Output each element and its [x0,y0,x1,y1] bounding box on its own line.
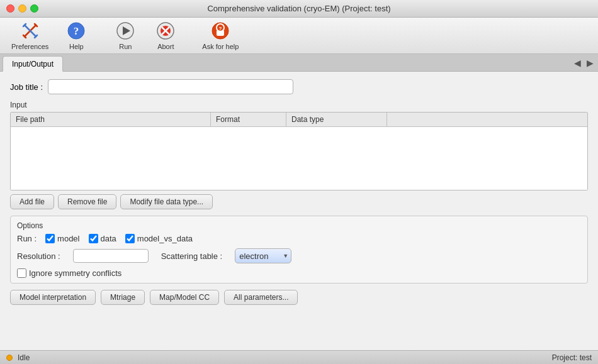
model-interpretation-button[interactable]: Model interpretation [10,290,96,305]
resolution-scatter-row: Resolution : Scattering table : electron… [17,248,581,263]
status-text: Idle [18,353,30,362]
file-table-body [11,127,587,190]
svg-text:?: ? [219,26,222,31]
ask-for-help-button[interactable]: ? Ask for help [196,18,245,53]
modify-file-type-button[interactable]: Modify file data type... [120,194,213,209]
tab-prev-button[interactable]: ◀ [572,57,583,69]
main-content: Job title : Input File path Format Data … [0,72,598,350]
all-parameters-button[interactable]: All parameters... [224,290,298,305]
remove-file-button[interactable]: Remove file [58,194,116,209]
help-label: Help [69,43,84,50]
run-icon [115,21,135,41]
project-text: Project: test [552,353,592,362]
abort-label: Abort [157,43,174,50]
checkbox-model[interactable]: model [45,234,79,243]
window-controls[interactable] [6,4,38,13]
help-icon: ? [66,21,86,41]
add-file-button[interactable]: Add file [10,194,54,209]
run-label: Run [119,43,132,50]
abort-icon [155,21,176,41]
toolbar: Preferences ? Help Run [0,18,598,54]
scattering-label: Scattering table : [161,251,223,261]
mtriage-button[interactable]: Mtriage [101,290,145,305]
options-section: Options Run : model data model_vs_data [10,216,588,284]
checkbox-ignore-symmetry[interactable]: Ignore symmetry conflicts [17,268,121,278]
file-table-header: File path Format Data type [11,113,587,127]
title-bar: Comprehensive validation (cryo-EM) (Proj… [0,0,598,18]
run-options-row: Run : model data model_vs_data [17,234,581,243]
options-label: Options [17,221,581,230]
input-section: Input File path Format Data type Add fil… [10,101,588,209]
ask-for-help-label: Ask for help [202,43,239,50]
close-button[interactable] [6,4,14,13]
input-section-label: Input [10,101,588,109]
resolution-label: Resolution : [17,251,60,261]
run-label: Run : [17,234,37,243]
svg-text:?: ? [74,25,79,37]
file-buttons: Add file Remove file Modify file data ty… [10,194,588,209]
preferences-button[interactable]: Preferences [5,18,55,53]
tab-next-button[interactable]: ▶ [584,57,595,69]
col-format: Format [211,113,286,126]
help-button[interactable]: ? Help [57,18,95,53]
tabs-bar: Input/Output ◀ ▶ [0,54,598,72]
status-bar: Idle Project: test [0,350,598,364]
tabs-navigation: ◀ ▶ [572,54,595,71]
checkbox-data[interactable]: data [89,234,116,243]
job-title-input[interactable] [48,79,293,94]
job-title-row: Job title : [10,79,588,94]
file-table: File path Format Data type [10,112,588,190]
job-title-label: Job title : [10,82,43,92]
run-checkboxes: model data model_vs_data [45,234,193,243]
preferences-label: Preferences [11,43,48,50]
col-data-type: Data type [286,113,387,126]
abort-button[interactable]: Abort [147,18,184,53]
map-model-cc-button[interactable]: Map/Model CC [150,290,219,305]
resolution-input[interactable] [73,249,149,263]
minimize-button[interactable] [18,4,26,13]
scattering-select-wrapper: electron xray neutron [235,248,291,263]
window-title: Comprehensive validation (cryo-EM) (Proj… [207,4,390,13]
maximize-button[interactable] [30,4,38,13]
preferences-icon [20,21,40,41]
tab-input-output[interactable]: Input/Output [3,56,63,72]
col-extra [387,113,587,126]
status-indicator [6,355,13,361]
scattering-select[interactable]: electron xray neutron [235,248,291,263]
ask-for-help-icon: ? [210,21,230,41]
col-file-path: File path [11,113,211,126]
action-buttons: Model interpretation Mtriage Map/Model C… [10,290,588,305]
checkbox-model-vs-data[interactable]: model_vs_data [125,234,193,243]
ignore-symmetry-row: Ignore symmetry conflicts [17,268,581,278]
run-button[interactable]: Run [106,18,144,53]
